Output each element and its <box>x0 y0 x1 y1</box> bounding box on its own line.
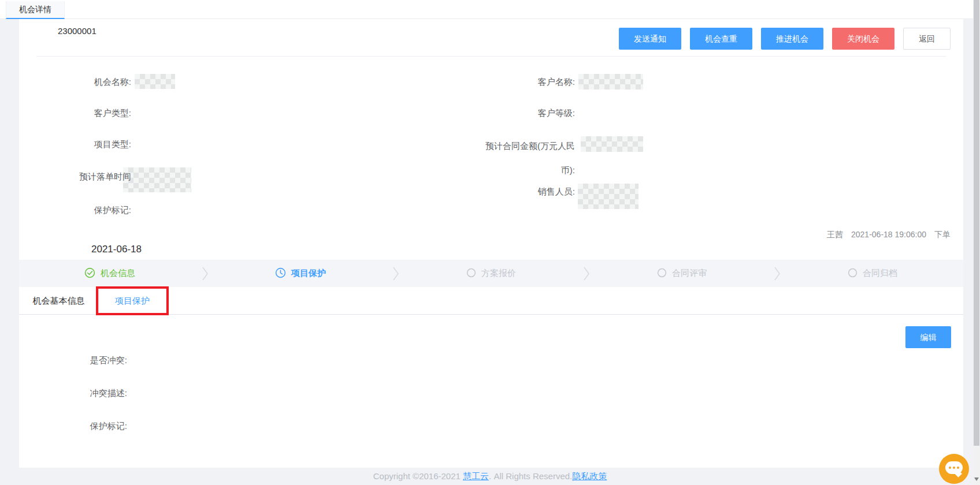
privacy-policy-link[interactable]: 隐私政策 <box>572 471 607 481</box>
label-opportunity-name: 机会名称: <box>39 76 131 88</box>
masked-value-customer-name <box>578 74 643 89</box>
audit-timestamp: 2021-06-18 19:06:00 <box>851 230 926 240</box>
step-label: 方案报价 <box>481 268 516 279</box>
scroll-down-icon[interactable] <box>974 477 979 481</box>
step-quotation: 方案报价 <box>400 268 582 279</box>
label-sales-person: 销售人员: <box>482 185 575 198</box>
audit-row: 王茜 2021-06-18 19:06:00 下单 <box>827 230 951 240</box>
masked-value-sales-person <box>578 184 639 209</box>
label-customer-name: 客户名称: <box>482 76 575 88</box>
opportunity-detail-card: 23000001 发送通知 机会查重 推进机会 关闭机会 返回 机会名称: 客户… <box>19 19 963 468</box>
rights-text: . All Rights Reserved. <box>489 471 572 481</box>
step-contract-review: 合同评审 <box>591 268 773 279</box>
scrollbar-thumb[interactable] <box>974 0 979 446</box>
circle-icon <box>848 268 858 279</box>
opportunity-id: 23000001 <box>58 26 96 36</box>
audit-action: 下单 <box>934 230 951 240</box>
label-project-type: 项目类型: <box>39 138 131 151</box>
header-divider <box>36 56 946 57</box>
header-actions: 发送通知 机会查重 推进机会 关闭机会 返回 <box>619 28 951 50</box>
step-label: 合同归档 <box>863 268 897 279</box>
date-label: 2021-06-18 <box>91 244 142 255</box>
top-tab-bar: 机会详情 <box>0 0 973 19</box>
back-button[interactable]: 返回 <box>903 28 951 50</box>
clock-icon <box>275 267 286 280</box>
step-project-protection: 项目保护 <box>210 267 391 280</box>
step-contract-archive: 合同归档 <box>782 268 963 279</box>
circle-icon <box>657 268 667 279</box>
chat-button[interactable] <box>939 454 969 484</box>
copyright-text: Copyright ©2016-2021 <box>373 471 463 481</box>
edit-button[interactable]: 编辑 <box>905 326 951 348</box>
audit-user: 王茜 <box>827 230 843 240</box>
label-expected-order-date: 预计落单时间 <box>39 170 131 183</box>
label-customer-type: 客户类型: <box>39 107 131 120</box>
chevron-right-icon <box>582 266 591 282</box>
masked-value-expected-order-date <box>123 167 191 192</box>
scrollbar[interactable] <box>973 0 980 485</box>
chevron-right-icon <box>773 266 782 282</box>
label-protection-mark-2: 保护标记: <box>39 420 127 432</box>
label-customer-level: 客户等级: <box>482 107 575 120</box>
chat-bubble-icon <box>945 461 963 474</box>
send-notification-button[interactable]: 发送通知 <box>619 28 681 50</box>
masked-value-contract-amount <box>581 136 643 152</box>
company-link[interactable]: 慧工云 <box>463 471 489 481</box>
label-conflict-description: 冲突描述: <box>39 387 127 400</box>
tab-project-protection[interactable]: 项目保护 <box>98 287 166 315</box>
circle-icon <box>466 268 476 279</box>
label-protection-mark: 保护标记: <box>39 204 131 217</box>
step-opportunity-info: 机会信息 <box>19 267 201 280</box>
step-label: 项目保护 <box>291 268 326 279</box>
step-label: 机会信息 <box>101 268 135 279</box>
advance-opportunity-button[interactable]: 推进机会 <box>761 28 823 50</box>
progress-steps: 机会信息 项目保护 方案报价 合同评审 <box>19 260 963 287</box>
tab-opportunity-detail[interactable]: 机会详情 <box>6 1 65 19</box>
label-expected-contract-amount: 预计合同金额(万元人民币): <box>482 134 575 182</box>
detail-tabs: 机会基本信息 项目保护 <box>19 287 963 315</box>
duplicate-check-button[interactable]: 机会查重 <box>690 28 752 50</box>
label-is-conflict: 是否冲突: <box>39 354 127 367</box>
chevron-right-icon <box>391 266 400 282</box>
check-circle-icon <box>84 267 95 280</box>
tab-basic-info[interactable]: 机会基本信息 <box>19 287 98 315</box>
masked-value-opportunity-name <box>135 74 175 89</box>
close-opportunity-button[interactable]: 关闭机会 <box>832 28 894 50</box>
chevron-right-icon <box>201 266 210 282</box>
step-label: 合同评审 <box>672 268 707 279</box>
footer: Copyright ©2016-2021 慧工云. All Rights Res… <box>0 471 980 482</box>
